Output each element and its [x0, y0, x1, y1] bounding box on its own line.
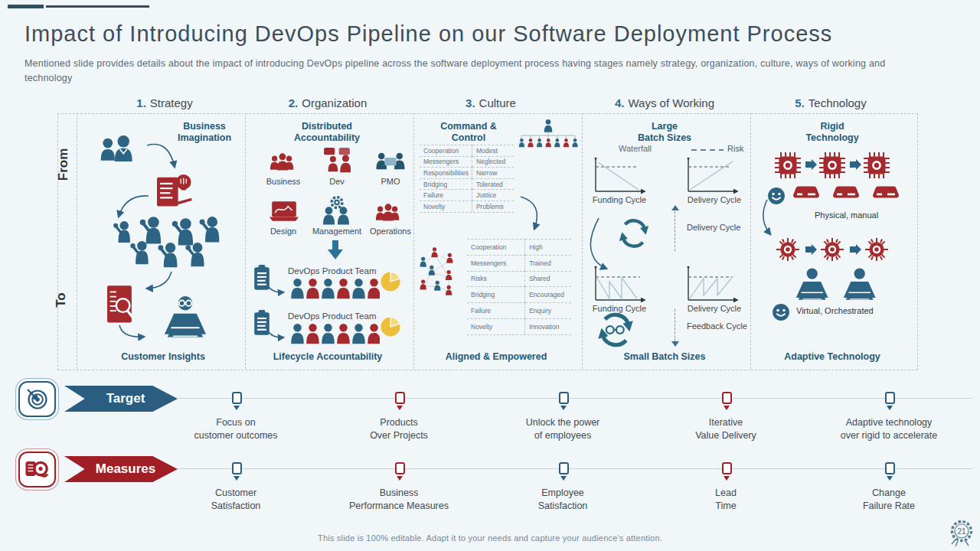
chip-pipeline-icons	[775, 152, 897, 179]
column-header-organization: 2.Organization	[243, 96, 412, 109]
feedback-cycle-icon	[596, 310, 635, 350]
curved-arrow	[263, 324, 288, 342]
measures-pin	[885, 462, 895, 481]
dashed-arrow-up-head	[671, 205, 679, 210]
table-cell: Narrow	[472, 167, 514, 178]
table-cell: Justice	[472, 189, 514, 201]
virtual-orchestrated-caption: Virtual, Orchestrated	[796, 306, 911, 315]
measures-item: Change Failure Rate	[805, 487, 973, 513]
table-cell: Cooperation	[467, 239, 525, 255]
mid-delivery-cycle-label: Delivery Cycle	[687, 223, 756, 232]
header-accent-line	[46, 5, 149, 8]
page-subtitle: Mentioned slide provides details about t…	[24, 57, 909, 86]
curved-arrow	[263, 279, 288, 297]
column-number: 5.	[795, 96, 805, 109]
measures-item: Lead Time	[642, 487, 810, 513]
devops-team-row	[288, 277, 380, 300]
column-number: 1.	[136, 96, 146, 109]
delivery-cycle-graph-sawtooth	[684, 266, 740, 303]
table-cell: Enquiry	[525, 302, 571, 318]
table-cell: Innovation	[525, 318, 571, 334]
graph1-label: Funding Cycle	[585, 195, 654, 204]
technology-to-title: Adaptive Technology	[756, 351, 909, 362]
ways-from-title: Large Batch Sizes	[607, 121, 722, 144]
axis-to-label: To	[54, 292, 69, 308]
culture-from-title: Command & Control	[423, 121, 514, 144]
table-cell: Messengers	[420, 156, 472, 168]
column-label: Ways of Working	[628, 96, 714, 109]
table-cell: Trained	[525, 255, 571, 271]
virtual-workstations-icons	[793, 268, 893, 305]
dashed-arrow-down-line	[675, 309, 675, 341]
smiley-icon	[772, 303, 790, 321]
culture-to-title: Aligned & Empowered	[420, 351, 573, 362]
target-pin	[395, 392, 405, 410]
devops-team-row	[288, 322, 380, 345]
table-cell: Shared	[525, 271, 571, 287]
strategy-to-title: Customer Insights	[87, 351, 240, 362]
crowd-raising-hands-icon	[112, 216, 222, 274]
column-header-ways-of-working: 4.Ways of Working	[580, 96, 749, 109]
target-line	[178, 398, 972, 399]
column-header-culture: 3.Culture	[407, 96, 575, 109]
page-title: Impact of Introducing DevOps Pipeline on…	[24, 21, 943, 47]
server-icons	[792, 182, 906, 204]
column-header-strategy: 1.Strategy	[80, 96, 249, 109]
business-people-icon	[96, 135, 135, 164]
role-label-dev: Dev	[314, 177, 360, 186]
physical-manual-caption: Physical, manual	[815, 210, 914, 220]
measures-line	[178, 468, 972, 469]
pmo-role-icon	[374, 148, 407, 173]
table-cell: Tolerated	[472, 178, 514, 190]
page-number: 21	[957, 527, 966, 536]
cycle-arrows-icon	[617, 217, 651, 250]
target-pin	[885, 392, 895, 410]
table-cell: Novelty	[420, 201, 472, 212]
measures-item: Customer Satisfaction	[152, 487, 320, 513]
legend-waterfall: Waterfall	[619, 144, 652, 153]
role-label-pmo: PMO	[368, 177, 413, 186]
table-cell: Failure	[420, 189, 472, 201]
column-number: 2.	[289, 96, 299, 109]
column-number: 3.	[466, 96, 475, 109]
column-label: Organization	[302, 96, 367, 109]
technology-from-title: Rigid Technology	[775, 121, 890, 144]
organization-to-title: Lifecycle Accountability	[251, 351, 404, 362]
measures-pin	[232, 462, 242, 481]
column-number: 4.	[615, 96, 625, 109]
role-label-design: Design	[260, 227, 306, 236]
delivery-cycle-graph-rising	[684, 158, 740, 194]
dev-role-icon	[323, 148, 351, 174]
column-header-technology: 5.Technology	[746, 96, 915, 109]
funding-cycle-graph-sawtooth	[591, 266, 648, 303]
dashed-arrow-down-head	[671, 341, 679, 347]
target-item: Unlock the power of employees	[479, 416, 647, 442]
table-cell: Neglected	[472, 156, 514, 168]
page-number-badge: 21	[948, 519, 975, 549]
network-people-icon	[416, 246, 464, 309]
measures-pin	[722, 462, 732, 481]
curved-arrow	[514, 194, 545, 234]
target-item: Focus on customer outcomes	[152, 416, 320, 442]
graph4-label: Delivery Cycle	[680, 304, 749, 313]
management-role-icon	[320, 194, 352, 225]
slide: Impact of Introducing DevOps Pipeline on…	[0, 0, 980, 551]
target-icon-card	[18, 381, 56, 417]
pie-chart-icon	[380, 271, 401, 292]
aligned-empowered-table: CooperationHigh MessengersTrained RisksS…	[467, 239, 571, 335]
idea-document-icon	[156, 171, 193, 207]
role-label-operations: Operations	[363, 227, 418, 236]
table-cell: Bridging	[467, 286, 525, 302]
target-item: Adaptive technology over rigid to accele…	[805, 416, 973, 442]
legend-risk: Risk	[727, 144, 743, 153]
divider	[245, 113, 246, 369]
table-cell: Problems	[472, 201, 514, 212]
organization-from-title: Distributed Accountability	[270, 121, 384, 144]
measures-banner: Measures	[64, 456, 178, 482]
column-label: Culture	[479, 96, 516, 109]
team1-label: DevOps Product Team	[288, 266, 387, 276]
design-role-icon	[270, 201, 299, 222]
column-label: Strategy	[150, 96, 193, 109]
table-cell: Modest	[472, 145, 514, 156]
table-cell: Risks	[467, 271, 525, 287]
